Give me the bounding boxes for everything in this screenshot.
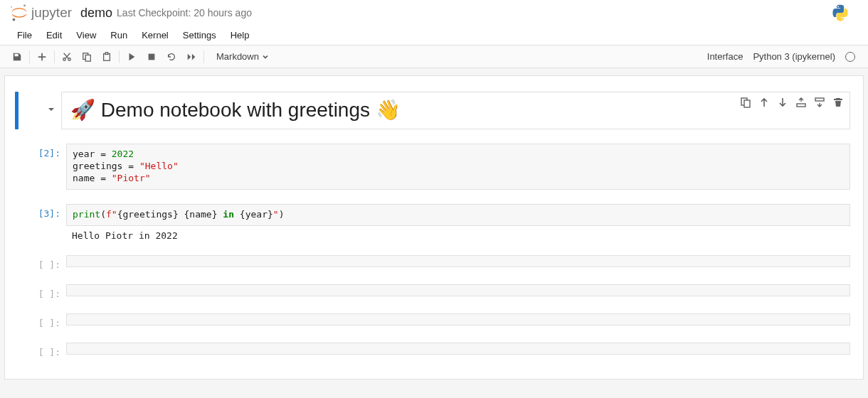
code-cell-empty[interactable]: [ ]:	[5, 281, 863, 302]
code-cell[interactable]: [2]: year = 2022 greetings = "Hello" nam…	[5, 141, 863, 193]
markdown-cell-active[interactable]: 🚀 Demo notebook with greetings 👋	[5, 89, 863, 132]
paste-button[interactable]	[97, 48, 117, 65]
interface-label[interactable]: Interface	[707, 51, 743, 62]
notebook-title[interactable]: demo	[80, 6, 112, 21]
cell-prompt: [ ]:	[15, 343, 66, 357]
code-input[interactable]	[66, 255, 850, 267]
copy-icon	[82, 52, 92, 62]
svg-rect-12	[797, 104, 805, 107]
chevron-down-icon	[262, 53, 269, 60]
markdown-heading: 🚀 Demo notebook with greetings 👋	[70, 98, 841, 122]
cell-prompt: [3]:	[15, 204, 66, 241]
svg-rect-6	[85, 55, 90, 61]
stop-icon	[147, 52, 157, 62]
duplicate-icon[interactable]	[740, 97, 751, 108]
play-icon	[127, 52, 137, 62]
menu-help[interactable]: Help	[223, 27, 257, 43]
cell-toolbar	[740, 97, 844, 108]
cell-type-selector[interactable]: Markdown	[211, 50, 275, 63]
run-button[interactable]	[122, 48, 142, 65]
python-icon	[831, 4, 850, 22]
run-all-button[interactable]	[181, 48, 201, 65]
active-cell-indicator	[15, 92, 18, 129]
plus-icon	[37, 52, 47, 62]
code-cell[interactable]: [3]: print(f"{greetings} {name} in {year…	[5, 201, 863, 244]
stop-button[interactable]	[142, 48, 162, 65]
svg-point-1	[13, 18, 16, 21]
svg-point-2	[11, 6, 12, 8]
add-cell-button[interactable]	[32, 48, 52, 65]
code-input[interactable]	[66, 313, 850, 326]
code-input[interactable]	[66, 343, 850, 355]
collapse-caret-icon[interactable]	[47, 105, 55, 116]
code-input[interactable]: year = 2022 greetings = "Hello" name = "…	[66, 144, 850, 190]
markdown-editor[interactable]: 🚀 Demo notebook with greetings 👋	[61, 92, 850, 129]
cell-prompt: [ ]:	[15, 284, 66, 299]
code-cell-empty[interactable]: [ ]:	[5, 340, 863, 360]
menu-edit[interactable]: Edit	[39, 27, 69, 43]
restart-icon	[166, 52, 176, 62]
cell-output: Hello Piotr in 2022	[66, 226, 850, 241]
menu-file[interactable]: File	[10, 27, 39, 43]
jupyter-icon	[10, 4, 28, 22]
copy-button[interactable]	[77, 48, 97, 65]
insert-above-icon[interactable]	[795, 97, 807, 108]
svg-rect-9	[149, 53, 155, 60]
code-input[interactable]: print(f"{greetings} {name} in {year}")	[66, 204, 850, 226]
jupyter-brand-text: jupyter	[31, 5, 72, 21]
move-up-icon[interactable]	[758, 97, 770, 108]
toolbar: Markdown Interface Python 3 (ipykernel)	[0, 45, 868, 68]
cell-prompt: [ ]:	[15, 255, 66, 270]
app-header: jupyter demo Last Checkpoint: 20 hours a…	[0, 0, 868, 26]
svg-rect-8	[105, 52, 108, 54]
jupyter-logo[interactable]: jupyter	[10, 4, 72, 22]
menu-run[interactable]: Run	[103, 27, 134, 43]
svg-point-0	[23, 4, 26, 6]
svg-point-4	[68, 58, 71, 60]
delete-icon[interactable]	[832, 97, 844, 108]
menu-kernel[interactable]: Kernel	[134, 27, 176, 43]
save-button[interactable]	[7, 48, 27, 65]
insert-below-icon[interactable]	[814, 97, 825, 108]
menu-bar: File Edit View Run Kernel Settings Help	[0, 26, 868, 45]
checkpoint-text: Last Checkpoint: 20 hours ago	[117, 7, 252, 18]
restart-button[interactable]	[162, 48, 181, 65]
notebook-container: 🚀 Demo notebook with greetings 👋 [2]: ye…	[0, 68, 868, 398]
kernel-name[interactable]: Python 3 (ipykernel)	[753, 51, 835, 62]
cut-icon	[62, 52, 72, 62]
move-down-icon[interactable]	[777, 97, 788, 108]
code-cell-empty[interactable]: [ ]:	[5, 252, 863, 273]
fast-forward-icon	[186, 52, 196, 62]
cut-button[interactable]	[57, 48, 77, 65]
cell-prompt: [2]:	[15, 144, 66, 190]
svg-point-3	[63, 58, 66, 60]
cell-type-label: Markdown	[216, 51, 259, 62]
kernel-status-indicator[interactable]	[845, 52, 855, 62]
notebook-inner: 🚀 Demo notebook with greetings 👋 [2]: ye…	[4, 75, 864, 380]
svg-rect-11	[744, 100, 750, 107]
svg-rect-13	[815, 98, 824, 101]
cell-prompt: [ ]:	[15, 313, 66, 328]
paste-icon	[102, 52, 112, 62]
code-input[interactable]	[66, 284, 850, 296]
code-cell-empty[interactable]: [ ]:	[5, 311, 863, 331]
menu-view[interactable]: View	[69, 27, 103, 43]
save-icon	[12, 52, 22, 62]
menu-settings[interactable]: Settings	[176, 27, 223, 43]
